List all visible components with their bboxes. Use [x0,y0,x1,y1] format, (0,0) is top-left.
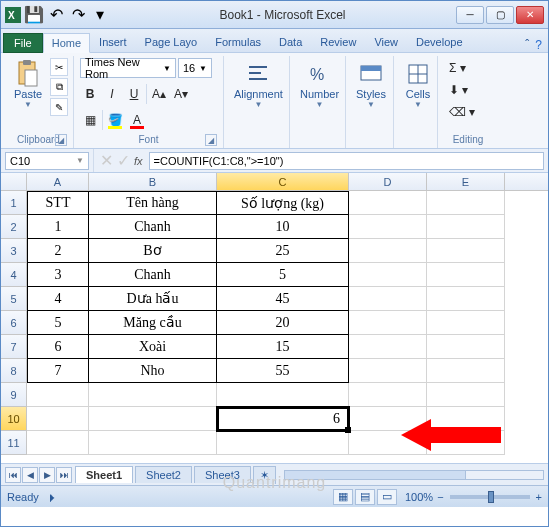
cell-e9[interactable] [427,383,505,407]
cell-b6[interactable]: Măng cầu [89,311,217,335]
enter-formula-icon[interactable]: ✓ [117,151,130,170]
formula-input[interactable]: =COUNTIF(C1:C8,">=10") [149,152,544,170]
fx-icon[interactable]: fx [134,155,143,167]
row-head-1[interactable]: 1 [1,191,27,215]
cell-a10[interactable] [27,407,89,431]
tab-developer[interactable]: Develope [407,32,471,52]
cell-b2[interactable]: Chanh [89,215,217,239]
maximize-button[interactable]: ▢ [486,6,514,24]
sheet-tab-3[interactable]: Sheet3 [194,466,251,483]
cell-b7[interactable]: Xoài [89,335,217,359]
copy-button[interactable]: ⧉ [50,78,68,96]
zoom-slider[interactable] [450,495,530,499]
sheet-tab-1[interactable]: Sheet1 [75,466,133,483]
cell-c8[interactable]: 55 [217,359,349,383]
cell-a1[interactable]: STT [27,191,89,215]
cell-c2[interactable]: 10 [217,215,349,239]
cell-e3[interactable] [427,239,505,263]
row-head-2[interactable]: 2 [1,215,27,239]
cell-a2[interactable]: 1 [27,215,89,239]
underline-button[interactable]: U [124,84,144,104]
cell-e8[interactable] [427,359,505,383]
cells-button[interactable]: Cells▼ [400,58,436,111]
autosum-button[interactable]: Σ ▾ [444,58,471,78]
cell-a4[interactable]: 3 [27,263,89,287]
cell-b3[interactable]: Bơ [89,239,217,263]
tab-home[interactable]: Home [43,33,90,53]
tab-formulas[interactable]: Formulas [206,32,270,52]
row-head-10[interactable]: 10 [1,407,27,431]
font-size-select[interactable]: 16▼ [178,58,212,78]
clear-button[interactable]: ⌫ ▾ [444,102,480,122]
row-head-11[interactable]: 11 [1,431,27,455]
sheet-tab-2[interactable]: Sheet2 [135,466,192,483]
cell-e7[interactable] [427,335,505,359]
cell-c3[interactable]: 25 [217,239,349,263]
cell-d4[interactable] [349,263,427,287]
row-head-5[interactable]: 5 [1,287,27,311]
sheet-nav-prev[interactable]: ◀ [22,467,38,483]
qat-customize-icon[interactable]: ▾ [91,6,109,24]
styles-button[interactable]: Styles▼ [352,58,390,111]
macro-record-icon[interactable]: ⏵ [47,491,58,503]
cell-d3[interactable] [349,239,427,263]
italic-button[interactable]: I [102,84,122,104]
page-break-view-button[interactable]: ▭ [377,489,397,505]
tab-view[interactable]: View [365,32,407,52]
zoom-level[interactable]: 100% [405,491,433,503]
new-sheet-button[interactable]: ✶ [253,466,276,484]
cell-d2[interactable] [349,215,427,239]
cell-d9[interactable] [349,383,427,407]
cell-d5[interactable] [349,287,427,311]
alignment-button[interactable]: Alignment▼ [230,58,287,111]
cell-c1[interactable]: Số lượng (kg) [217,191,349,215]
number-button[interactable]: %Number▼ [296,58,343,111]
bold-button[interactable]: B [80,84,100,104]
zoom-out-button[interactable]: − [437,491,443,503]
cell-b1[interactable]: Tên hàng [89,191,217,215]
row-head-3[interactable]: 3 [1,239,27,263]
cell-c9[interactable] [217,383,349,407]
sheet-nav-first[interactable]: ⏮ [5,467,21,483]
cancel-formula-icon[interactable]: ✕ [100,151,113,170]
page-layout-view-button[interactable]: ▤ [355,489,375,505]
col-head-b[interactable]: B [89,173,217,190]
format-painter-button[interactable]: ✎ [50,98,68,116]
undo-button[interactable]: ↶ [47,6,65,24]
cell-c6[interactable]: 20 [217,311,349,335]
name-box[interactable]: C10▼ [5,152,89,170]
cell-b9[interactable] [89,383,217,407]
row-head-7[interactable]: 7 [1,335,27,359]
cell-a9[interactable] [27,383,89,407]
cell-e6[interactable] [427,311,505,335]
cell-d7[interactable] [349,335,427,359]
font-name-select[interactable]: Times New Rom▼ [80,58,176,78]
tab-review[interactable]: Review [311,32,365,52]
cell-c7[interactable]: 15 [217,335,349,359]
clipboard-launcher[interactable]: ◢ [55,134,67,146]
cut-button[interactable]: ✂ [50,58,68,76]
cell-b4[interactable]: Chanh [89,263,217,287]
normal-view-button[interactable]: ▦ [333,489,353,505]
cell-b11[interactable] [89,431,217,455]
select-all-corner[interactable] [1,173,27,190]
save-button[interactable]: 💾 [25,6,43,24]
row-head-4[interactable]: 4 [1,263,27,287]
font-launcher[interactable]: ◢ [205,134,217,146]
cell-e2[interactable] [427,215,505,239]
row-head-8[interactable]: 8 [1,359,27,383]
sheet-nav-last[interactable]: ⏭ [56,467,72,483]
cell-e1[interactable] [427,191,505,215]
redo-button[interactable]: ↷ [69,6,87,24]
col-head-a[interactable]: A [27,173,89,190]
increase-font-button[interactable]: A▴ [149,84,169,104]
cell-c11[interactable] [217,431,349,455]
cell-a3[interactable]: 2 [27,239,89,263]
sheet-nav-next[interactable]: ▶ [39,467,55,483]
cell-e5[interactable] [427,287,505,311]
help-icon[interactable]: ? [535,38,542,52]
cell-a11[interactable] [27,431,89,455]
minimize-ribbon-icon[interactable]: ˆ [525,38,529,52]
col-head-e[interactable]: E [427,173,505,190]
row-head-9[interactable]: 9 [1,383,27,407]
